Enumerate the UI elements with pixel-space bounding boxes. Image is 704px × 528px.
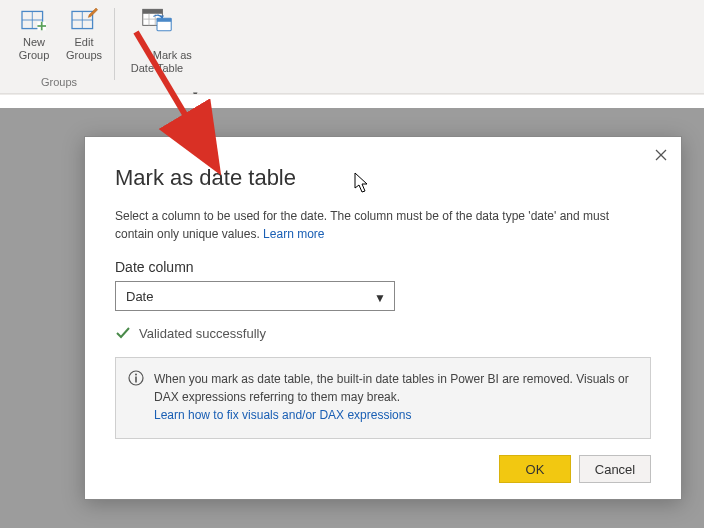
ribbon-group-title-groups: Groups <box>41 76 77 90</box>
new-group-icon <box>18 6 50 34</box>
cancel-button[interactable]: Cancel <box>579 455 651 483</box>
ribbon-group-groups: New Group Edit Groups Groups <box>6 4 112 90</box>
ribbon-group-calendars: Mark as Date Table ▾ Calendars <box>117 4 197 90</box>
learn-more-link[interactable]: Learn more <box>263 227 324 241</box>
edit-groups-button[interactable]: Edit Groups <box>60 4 108 64</box>
info-box: When you mark as date table, the built-i… <box>115 357 651 439</box>
info-text: When you mark as date table, the built-i… <box>154 372 629 404</box>
close-button[interactable] <box>649 143 673 167</box>
date-column-label: Date column <box>115 259 651 275</box>
mark-as-date-table-button[interactable]: Mark as Date Table ▾ <box>121 4 193 103</box>
mark-as-date-table-dialog: Mark as date table Select a column to be… <box>84 136 682 500</box>
close-icon <box>655 149 667 161</box>
validation-row: Validated successfully <box>115 325 651 341</box>
date-column-select[interactable]: Date ▼ <box>115 281 395 311</box>
svg-rect-21 <box>135 377 137 383</box>
edit-groups-label: Edit Groups <box>66 36 102 62</box>
checkmark-icon <box>115 325 131 341</box>
validation-message: Validated successfully <box>139 326 266 341</box>
date-table-icon <box>141 6 173 34</box>
new-group-label: New Group <box>19 36 50 62</box>
ribbon: New Group Edit Groups Groups <box>0 0 704 94</box>
dialog-title: Mark as date table <box>115 165 651 191</box>
svg-point-20 <box>135 374 137 376</box>
mark-as-date-table-label: Mark as Date Table ▾ <box>122 36 192 101</box>
svg-rect-10 <box>143 9 163 13</box>
info-link[interactable]: Learn how to fix visuals and/or DAX expr… <box>154 408 411 422</box>
dialog-description: Select a column to be used for the date.… <box>115 207 651 243</box>
chevron-down-icon: ▼ <box>374 291 386 305</box>
edit-groups-icon <box>68 6 100 34</box>
content-shelf <box>0 94 704 108</box>
ribbon-separator <box>114 8 115 80</box>
info-icon <box>128 370 144 386</box>
svg-rect-15 <box>157 18 171 22</box>
ok-button[interactable]: OK <box>499 455 571 483</box>
date-column-value: Date <box>126 289 153 304</box>
dialog-button-row: OK Cancel <box>115 455 651 483</box>
new-group-button[interactable]: New Group <box>10 4 58 64</box>
